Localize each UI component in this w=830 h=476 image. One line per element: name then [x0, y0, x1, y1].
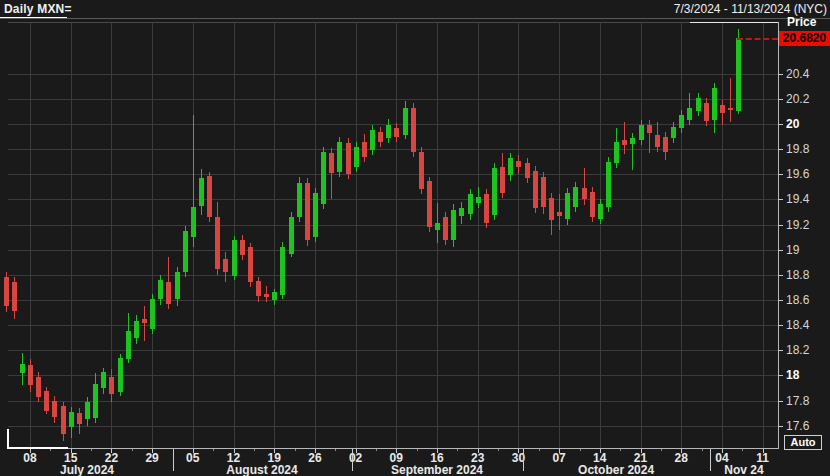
candle [370, 130, 375, 150]
candle [109, 377, 114, 395]
price-tick-label: 18.2 [786, 343, 809, 357]
gridline-horizontal [8, 99, 778, 100]
candle-wick [624, 122, 625, 155]
candle [647, 125, 652, 133]
time-tick-label: 07 [552, 451, 565, 465]
candle [427, 181, 432, 228]
time-minor-tick [132, 449, 133, 451]
price-axis-title: Price [787, 15, 816, 29]
candle [557, 212, 562, 216]
candle [183, 231, 188, 273]
candle [630, 138, 635, 144]
time-minor-tick [661, 449, 662, 451]
candle [679, 115, 684, 128]
candle [297, 183, 302, 217]
candle [207, 176, 212, 218]
candle [614, 142, 619, 163]
candle [199, 178, 204, 206]
time-tick-label: 29 [145, 451, 158, 465]
candle [175, 272, 180, 298]
price-axis-line [778, 22, 779, 449]
gridline-vertical [559, 22, 560, 449]
candle [687, 108, 692, 121]
candle [337, 142, 342, 172]
price-tick-label: 19.6 [786, 167, 809, 181]
chart-title: Daily MXN= [4, 2, 72, 16]
time-minor-tick [50, 449, 51, 451]
price-tick-label: 20 [786, 117, 799, 131]
gridline-horizontal [8, 325, 778, 326]
gridline-horizontal [8, 350, 778, 351]
candle [61, 406, 66, 435]
candle [590, 192, 595, 217]
candle [696, 98, 701, 112]
candle [354, 147, 359, 167]
time-minor-tick [376, 449, 377, 451]
price-tick-label: 17.8 [786, 394, 809, 408]
time-minor-tick [213, 449, 214, 451]
candle [565, 193, 570, 219]
candle [280, 247, 285, 295]
candle [533, 171, 538, 209]
gridline-vertical [763, 22, 764, 449]
price-tick-label: 18.6 [786, 293, 809, 307]
candle [549, 198, 554, 219]
time-minor-tick [254, 449, 255, 451]
candle [191, 207, 196, 237]
candle [158, 280, 163, 299]
price-tick-label: 19 [786, 243, 799, 257]
candle [443, 217, 448, 240]
date-range: 7/3/2024 - 11/13/2024 (NYC) [674, 2, 827, 16]
plot-top-border-bright [690, 22, 778, 23]
candle [321, 152, 326, 205]
month-separator [352, 449, 353, 471]
candle [93, 384, 98, 418]
candle [508, 158, 513, 176]
candle [639, 125, 644, 140]
candle [598, 204, 603, 219]
time-tick-label: 26 [308, 451, 321, 465]
time-minor-tick [335, 449, 336, 451]
price-tick-label: 18.8 [786, 268, 809, 282]
auto-scale-button[interactable]: Auto [784, 435, 822, 450]
candle [362, 142, 367, 157]
time-tick-label: 05 [186, 451, 199, 465]
price-tick-label: 18 [786, 368, 799, 382]
time-minor-tick [457, 449, 458, 451]
time-tick-label: 08 [23, 451, 36, 465]
candle [85, 402, 90, 420]
month-label: September 2024 [391, 463, 483, 476]
candle [492, 168, 497, 215]
price-tick-mark [778, 375, 783, 376]
gridline-horizontal [8, 300, 778, 301]
price-tick-mark [778, 199, 783, 200]
month-separator [710, 449, 711, 471]
gridline-vertical [71, 22, 72, 449]
gridline-horizontal [8, 250, 778, 251]
price-chart[interactable]: 20.420.22019.819.619.419.21918.818.618.4… [0, 19, 830, 476]
candle [305, 183, 310, 240]
price-tick-label: 17.6 [786, 419, 809, 433]
candle [44, 391, 49, 411]
price-tick-mark [778, 225, 783, 226]
candle [248, 247, 253, 282]
time-axis-line [7, 448, 779, 449]
candle [4, 277, 9, 306]
candle [52, 401, 57, 417]
gridline-vertical [396, 22, 397, 449]
candle [272, 292, 277, 300]
candle [150, 299, 155, 329]
gridline-horizontal [8, 174, 778, 175]
gridline-vertical [681, 22, 682, 449]
price-tick-mark [778, 74, 783, 75]
candle [403, 108, 408, 136]
candle [142, 319, 147, 323]
price-tick-mark [778, 350, 783, 351]
candle [663, 137, 668, 152]
price-tick-label: 20.2 [786, 92, 809, 106]
price-tick-mark [778, 250, 783, 251]
plot-top-border [8, 22, 778, 23]
gridline-vertical [722, 22, 723, 449]
scale-corner-vertical [7, 429, 9, 449]
candle-wick [730, 78, 731, 122]
